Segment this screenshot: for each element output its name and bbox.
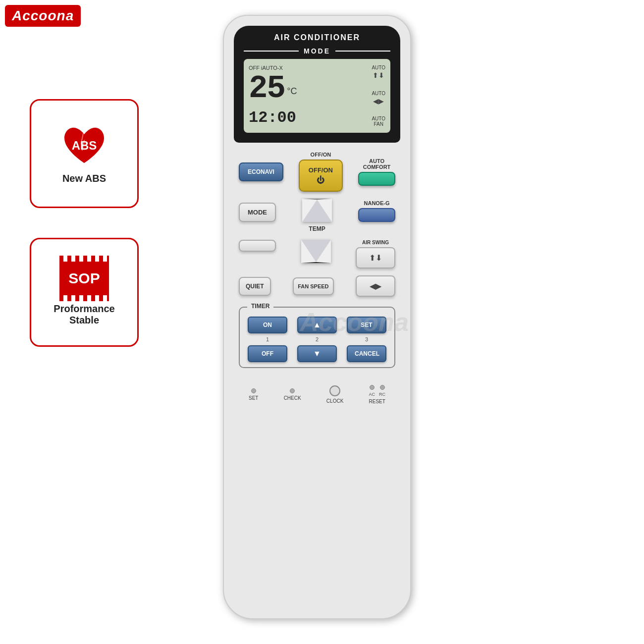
timer-set-button[interactable]: SET — [347, 317, 386, 333]
timer-grid: ON 1 OFF ▲ 2 ▼ SET 3 CANCEL — [245, 317, 389, 362]
col-autocomfort: AUTO COMFORT — [358, 158, 395, 186]
indicator-ac: AC — [369, 385, 375, 397]
set-dot — [251, 388, 256, 393]
row-econavi-offon-autocomfort: ECONAVI OFF/ON OFF/ON ⏻ AUTO COMFORT — [239, 152, 395, 192]
sop-label: Proformance Stable — [54, 303, 114, 326]
lcd-auto-up-label: AUTO — [372, 65, 385, 70]
temp-label-row: TEMP — [239, 224, 395, 233]
temp-up-button[interactable] — [302, 199, 332, 222]
lcd-temp-value: 25 — [249, 71, 285, 107]
timer-off-button[interactable]: OFF — [248, 345, 287, 362]
temp-down-button[interactable] — [301, 240, 331, 263]
reset-label: RESET — [369, 399, 385, 404]
blank-button[interactable] — [239, 240, 276, 252]
indicator-set: SET — [249, 388, 258, 401]
offon-button[interactable]: OFF/ON ⏻ — [299, 160, 343, 192]
nanoeg-button[interactable] — [358, 208, 395, 222]
remote-title: AIR CONDITIONER — [244, 33, 390, 42]
lcd-temperature: 25 °C — [249, 73, 368, 105]
col-airswing: AIR SWING ⬆⬇ — [356, 240, 395, 268]
buttons-area: ECONAVI OFF/ON OFF/ON ⏻ AUTO COMFORT MOD… — [234, 152, 400, 407]
col-econavi: ECONAVI — [239, 162, 283, 181]
rc-label: RC — [379, 392, 385, 397]
abs-text: ABS — [72, 139, 97, 153]
bottom-indicators: SET CHECK CLOCK AC RC — [239, 380, 395, 407]
temp-label: TEMP — [309, 225, 325, 232]
timer-num-1: 1 — [266, 336, 269, 342]
timer-up-button[interactable]: ▲ — [297, 317, 337, 333]
check-dot — [290, 388, 295, 393]
timer-num-2: 2 — [316, 336, 319, 342]
check-label: CHECK — [284, 395, 301, 401]
fanspeed-button[interactable]: FAN SPEED — [293, 277, 333, 295]
autocomfort-above-label: AUTO COMFORT — [363, 158, 391, 170]
set-label: SET — [249, 395, 258, 401]
offon-label: OFF/ON — [311, 152, 331, 158]
row-quiet-fanspeed: QUIET FAN SPEED ◀▶ — [239, 275, 395, 297]
lcd-right-panel: AUTO ⬆⬇ AUTO ◀▶ AUTO FAN — [372, 65, 385, 127]
brand-logo: Accoona — [5, 5, 81, 27]
lcd-auto-lr: AUTO ◀▶ — [372, 91, 385, 105]
mode-line-right — [335, 51, 390, 52]
col-fanspeed: FAN SPEED — [293, 277, 333, 295]
lcd-left-panel: OFF iAUTO-X 25 °C 12:00 — [249, 65, 368, 127]
timer-title: TIMER — [247, 303, 273, 310]
col-airswing-lr: ◀▶ — [356, 275, 395, 297]
col-blank — [239, 240, 276, 252]
timer-col-3: SET 3 CANCEL — [344, 317, 389, 362]
timer-num-3: 3 — [365, 336, 368, 342]
left-badges-container: ABS New ABS SOP Proformance Stable — [30, 99, 139, 347]
col-quiet: QUIET — [239, 277, 271, 296]
sop-badge: SOP Proformance Stable — [30, 238, 139, 347]
lcd-celsius: °C — [287, 86, 297, 96]
lcd-off-iauto: OFF iAUTO-X — [249, 65, 368, 71]
col-temp-up — [302, 199, 332, 222]
abs-heart-icon: ABS — [59, 123, 109, 168]
timer-col-2: ▲ 2 ▼ — [294, 317, 340, 362]
timer-down-button[interactable]: ▼ — [297, 345, 337, 362]
quiet-button[interactable]: QUIET — [239, 277, 271, 296]
col-mode: MODE — [239, 203, 276, 222]
timer-on-button[interactable]: ON — [248, 317, 287, 333]
clock-dot — [329, 385, 340, 396]
row-mode-temp-nanoe: MODE NANOE-G — [239, 199, 395, 222]
lcd-auto-lr-label: AUTO — [372, 91, 385, 96]
airswing-label: AIR SWING — [356, 240, 395, 245]
lcd-auto-fan-item: AUTO FAN — [372, 116, 385, 127]
lcd-left-right-arrows: ◀▶ — [373, 97, 384, 105]
lcd-time: 12:00 — [249, 108, 368, 127]
ac-dot — [370, 385, 375, 390]
autocomfort-button[interactable] — [358, 172, 395, 186]
airswing-lr-button[interactable]: ◀▶ — [356, 275, 395, 297]
rc-dot — [380, 385, 385, 390]
mode-label: MODE — [299, 47, 335, 55]
ac-label: AC — [369, 392, 375, 397]
lcd-screen: OFF iAUTO-X 25 °C 12:00 AUTO ⬆⬇ AUTO ◀▶ … — [244, 59, 390, 133]
sop-box: SOP — [59, 259, 109, 298]
col-offon: OFF/ON OFF/ON ⏻ — [299, 152, 343, 192]
abs-badge: ABS New ABS — [30, 99, 139, 208]
mode-label-container: MODE — [244, 47, 390, 55]
econavi-button[interactable]: ECONAVI — [239, 162, 283, 181]
mode-button[interactable]: MODE — [239, 203, 276, 222]
power-icon: ⏻ — [317, 176, 324, 185]
nanoeg-label: NANOE-G — [364, 200, 390, 206]
timer-section: TIMER ON 1 OFF ▲ 2 ▼ SET 3 CANC — [239, 307, 395, 368]
lcd-up-down-arrows: ⬆⬇ — [373, 71, 384, 79]
indicator-reset: AC RC RESET — [369, 385, 385, 404]
abs-label: New ABS — [62, 173, 106, 184]
remote-control: AIR CONDITIONER MODE OFF iAUTO-X 25 °C 1… — [223, 15, 411, 619]
ac-rc-row: AC RC — [369, 385, 385, 397]
col-temp-down — [301, 240, 331, 263]
mode-line-left — [244, 51, 299, 52]
timer-cancel-button[interactable]: CANCEL — [347, 345, 386, 362]
clock-label: CLOCK — [326, 398, 343, 404]
indicator-clock: CLOCK — [326, 385, 343, 404]
remote-top-section: AIR CONDITIONER MODE OFF iAUTO-X 25 °C 1… — [234, 26, 400, 143]
airswing-updown-button[interactable]: ⬆⬇ — [356, 247, 395, 268]
offon-text: OFF/ON — [309, 166, 333, 174]
row-tempdown-airswing: AIR SWING ⬆⬇ — [239, 240, 395, 268]
lcd-auto-fan: AUTO ⬆⬇ — [372, 65, 385, 79]
indicator-rc: RC — [379, 385, 385, 397]
col-nanoeg: NANOE-G — [358, 200, 395, 222]
